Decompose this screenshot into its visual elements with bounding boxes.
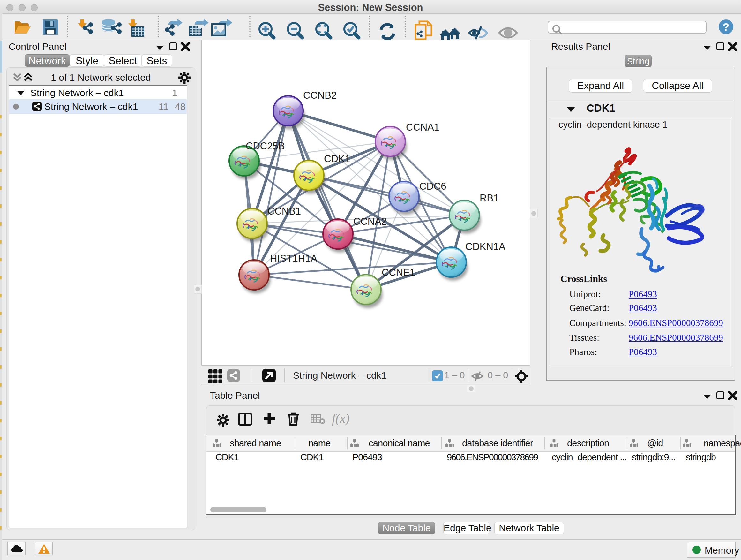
svg-text:CCNB2: CCNB2 [303, 90, 337, 101]
svg-text:CDC6: CDC6 [419, 181, 446, 192]
svg-text:CCNE1: CCNE1 [382, 267, 415, 278]
svg-text:HIST1H1A: HIST1H1A [270, 253, 317, 264]
svg-text:CCNA2: CCNA2 [353, 216, 387, 227]
svg-text:CDK1: CDK1 [324, 153, 350, 165]
svg-text:RB1: RB1 [480, 192, 499, 204]
svg-text:CDKN1A: CDKN1A [465, 241, 506, 252]
svg-text:CDC25B: CDC25B [246, 140, 285, 152]
svg-text:CCNB1: CCNB1 [267, 206, 301, 217]
svg-text:CCNA1: CCNA1 [406, 122, 440, 133]
